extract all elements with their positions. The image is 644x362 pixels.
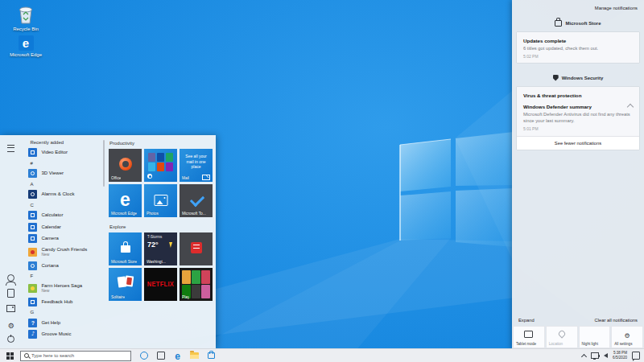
app-list-item[interactable]: Get Help bbox=[28, 317, 101, 329]
skype-badge-icon bbox=[147, 174, 152, 179]
tile-label: Washingt... bbox=[147, 260, 166, 264]
app-list-item[interactable]: Calculator bbox=[28, 210, 101, 222]
farm-heroes-icon bbox=[28, 284, 37, 293]
taskbar-icon-store[interactable] bbox=[207, 351, 216, 360]
app-list-item-text: Get Help bbox=[41, 320, 60, 326]
action-center-panel: Manage notifications Microsoft StoreUpda… bbox=[512, 0, 644, 349]
app-list-item-text: Feedback Hub bbox=[41, 299, 72, 305]
taskbar-icon-task-view[interactable] bbox=[156, 351, 165, 360]
app-list-section-header[interactable]: # bbox=[28, 158, 101, 168]
app-list-section-header[interactable]: F bbox=[28, 272, 101, 282]
user-account-icon bbox=[7, 274, 14, 282]
expand-link[interactable]: Expand bbox=[518, 318, 535, 323]
start-button[interactable] bbox=[0, 349, 20, 362]
app-list-item-label: Get Help bbox=[41, 320, 60, 326]
collapse-chevron-icon[interactable] bbox=[627, 104, 634, 110]
tile-news[interactable] bbox=[180, 232, 213, 265]
account-button[interactable] bbox=[0, 270, 22, 286]
see-fewer-notifications-button[interactable]: See fewer notifications bbox=[517, 136, 639, 150]
app-list-item-label: Feedback Hub bbox=[41, 299, 72, 305]
tile-office[interactable]: Office bbox=[109, 149, 142, 182]
documents-button[interactable] bbox=[0, 286, 22, 301]
quick-action-location: Location bbox=[546, 326, 578, 348]
tile-todo[interactable]: Microsoft To... bbox=[180, 184, 213, 217]
clear-all-notifications-link[interactable]: Clear all notifications bbox=[595, 318, 638, 323]
app-list-item[interactable]: 3D Viewer bbox=[28, 168, 101, 180]
photos-icon bbox=[154, 195, 167, 206]
start-app-list: Recently addedVideo Editor#3D ViewerAAla… bbox=[22, 135, 101, 349]
tile-edge[interactable]: Microsoft Edge bbox=[109, 184, 142, 217]
desktop-icon-recycle-bin[interactable]: Recycle Bin bbox=[2, 4, 50, 32]
app-list-item-label: Calendar bbox=[41, 224, 60, 230]
app-list-scrollbar[interactable] bbox=[103, 140, 105, 187]
office-logo-icon bbox=[119, 158, 132, 171]
mini-tile-icon bbox=[201, 270, 210, 284]
tile-office-apps[interactable] bbox=[144, 149, 177, 182]
mini-tile-icon bbox=[148, 153, 155, 162]
documents-icon bbox=[7, 289, 14, 298]
hidden-icons-chevron-icon[interactable] bbox=[581, 353, 587, 359]
tile-group-title[interactable]: Productivity bbox=[109, 141, 213, 146]
desktop-icon-label: Microsoft Edge bbox=[10, 52, 42, 58]
office-mini-icons bbox=[148, 153, 173, 171]
tile-group-title[interactable]: Explore bbox=[109, 224, 213, 229]
clock-date: 6/5/2020 bbox=[613, 356, 627, 360]
app-list-item[interactable]: Alarms & Clock bbox=[28, 189, 101, 201]
taskbar-app-icons bbox=[139, 351, 216, 360]
notification-group-header[interactable]: Windows Security bbox=[512, 69, 644, 86]
app-list-item[interactable]: Cortana bbox=[28, 260, 101, 272]
app-list-section-header[interactable]: C bbox=[28, 200, 101, 210]
video-editor-icon bbox=[28, 148, 37, 157]
tile-label: Microsoft To... bbox=[182, 212, 206, 216]
tile-mail[interactable]: See all your mail in one placeMail bbox=[180, 149, 213, 182]
notification-group-header[interactable]: Microsoft Store bbox=[512, 14, 644, 31]
app-list-item[interactable]: Video Editor bbox=[28, 147, 101, 159]
app-list-item[interactable]: Feedback Hub bbox=[28, 296, 101, 308]
notification-body: Microsoft Defender Antivirus did not fin… bbox=[523, 111, 633, 124]
weather-condition: T-Storms bbox=[147, 235, 162, 239]
manage-notifications-link[interactable]: Manage notifications bbox=[595, 6, 638, 10]
card-icon bbox=[124, 275, 134, 286]
settings-icon bbox=[625, 327, 630, 341]
quick-action-night-light[interactable]: Night light bbox=[579, 326, 611, 348]
tile-solitaire[interactable]: Solitaire bbox=[109, 268, 142, 301]
mail-tile-text: See all your mail in one place bbox=[182, 154, 210, 170]
tile-weather[interactable]: T-Storms72°Washingt... bbox=[144, 232, 177, 265]
taskbar-icon-cortana[interactable] bbox=[139, 351, 148, 360]
quick-actions: Tablet modeLocationNight lightAll settin… bbox=[512, 326, 644, 349]
app-list-item[interactable]: Calendar bbox=[28, 221, 101, 233]
taskbar-icon-edge[interactable] bbox=[173, 351, 182, 360]
app-list-item[interactable]: Candy Crush FriendsNew bbox=[28, 245, 101, 260]
recycle-bin-icon bbox=[17, 4, 35, 25]
app-list-item-label: Cortana bbox=[41, 263, 58, 269]
app-list-item[interactable]: Camera bbox=[28, 233, 101, 245]
app-list-item[interactable]: Farm Heroes SagaNew bbox=[28, 281, 101, 296]
notification-card[interactable]: Virus & threat protectionWindows Defende… bbox=[517, 87, 639, 150]
tile-netflix[interactable]: NETFLIX bbox=[144, 268, 177, 301]
start-expand-button[interactable] bbox=[0, 141, 22, 156]
task-view-icon bbox=[157, 352, 165, 360]
quick-action-all-settings[interactable]: All settings bbox=[611, 326, 643, 348]
action-center-icon[interactable] bbox=[632, 352, 640, 360]
app-list-section-header[interactable]: A bbox=[28, 179, 101, 189]
tile-store[interactable]: Microsoft Store bbox=[109, 232, 142, 265]
desktop-icon-microsoft-edge[interactable]: Microsoft Edge bbox=[2, 35, 50, 58]
quick-action-tablet-mode[interactable]: Tablet mode bbox=[513, 326, 545, 348]
settings-button[interactable] bbox=[0, 316, 22, 331]
edge-logo-icon bbox=[120, 191, 130, 209]
quick-action-label: Night light bbox=[582, 342, 598, 346]
taskbar-icon-file-explorer[interactable] bbox=[190, 351, 199, 360]
app-list-item[interactable]: Groove Music bbox=[28, 329, 101, 341]
tile-photos[interactable]: Photos bbox=[144, 184, 177, 217]
tile-play[interactable]: Play bbox=[180, 268, 213, 301]
alarms-clock-icon bbox=[28, 190, 37, 199]
search-input[interactable] bbox=[31, 353, 127, 358]
volume-icon[interactable] bbox=[604, 353, 608, 358]
taskbar-search[interactable] bbox=[20, 351, 131, 361]
taskbar-clock[interactable]: 5:38 PM 6/5/2020 bbox=[613, 351, 627, 360]
notification-card[interactable]: Updates complete6 titles got updated, ch… bbox=[517, 32, 639, 63]
weather-temperature: 72° bbox=[147, 241, 159, 249]
app-list-section-header[interactable]: G bbox=[28, 308, 101, 318]
power-button[interactable] bbox=[0, 331, 22, 347]
pictures-button[interactable] bbox=[0, 301, 22, 316]
